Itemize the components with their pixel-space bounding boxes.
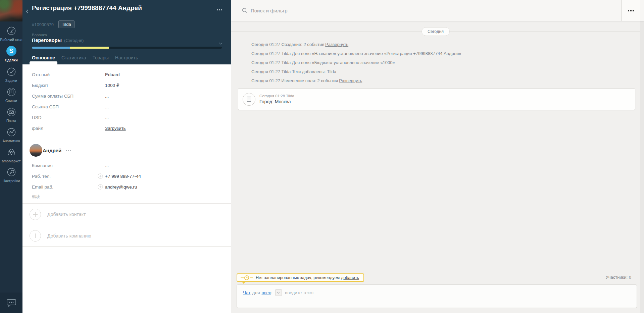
chat-bubble-icon [6, 298, 16, 308]
note-document-icon [243, 93, 255, 106]
field-label: Бюджет [32, 83, 105, 88]
chat-controls: Чат для всех: введите текст [243, 289, 631, 296]
feed-topbar: Поиск и фильтр [231, 0, 644, 21]
email-value[interactable]: andrey@qwe.ru [105, 185, 137, 190]
overflow-dots-icon [628, 10, 629, 11]
search-input[interactable]: Поиск и фильтр [242, 0, 288, 21]
stage-progressbar[interactable] [32, 47, 222, 49]
field-row-file: файл Загрузить [22, 123, 231, 134]
field-label: Компания [32, 163, 105, 168]
field-value[interactable]: Eduard [105, 72, 120, 77]
field-row-budget: Бюджет 1000 ₽ [22, 80, 231, 91]
add-task-link[interactable]: добавить [341, 275, 359, 280]
field-label: файл [32, 126, 105, 131]
deals-logo-icon: S [6, 46, 16, 56]
back-button[interactable] [27, 8, 31, 13]
field-value[interactable]: ... [105, 94, 109, 99]
deal-tag[interactable]: Tilda [58, 20, 75, 28]
sidebar-item-deals[interactable]: S Сделки [0, 46, 22, 62]
field-value[interactable]: +7 999 888-77-44 [105, 173, 141, 179]
deal-id: #10900579 [32, 22, 54, 27]
event-text: Сегодня 01:27 Tilda Для поля «Бюджет» ус… [251, 60, 395, 65]
chevron-left-icon [26, 9, 30, 13]
field-label: Email раб. [32, 185, 105, 190]
page-title: Регистрация +79998887744 Андрей [32, 4, 142, 12]
settings-wrench-icon [7, 167, 16, 177]
field-row-responsible: Отв-ный Eduard [22, 69, 231, 80]
add-contact-button[interactable]: Добавить контакт [22, 203, 231, 225]
note-card[interactable]: Сегодня 01:28 Tilda Город: Москва [238, 88, 635, 110]
add-company-button[interactable]: Добавить компанию [22, 225, 231, 246]
field-value[interactable]: andrey@qwe.ru [105, 184, 137, 190]
field-value[interactable]: ... [105, 104, 109, 109]
dashboard-icon [7, 26, 16, 36]
contact-fields: Компания ... Раб. тел. +7 999 888-77-44 … [22, 160, 231, 192]
task-hint-banner: Нет запланированных задач, рекомендуемдо… [237, 273, 364, 282]
plus-circle-icon [30, 209, 41, 220]
chat-mode-link[interactable]: Чат [243, 290, 250, 295]
field-row-sbp-link: Ссылка СБП ... [22, 101, 231, 112]
field-label: Отв-ный [32, 72, 105, 77]
deal-tabs: Основное Статистика Товары Настроить [32, 54, 138, 64]
field-label: USD [32, 115, 105, 120]
tab-main[interactable]: Основное [32, 54, 55, 64]
sidebar-item-mail[interactable]: Почта [0, 107, 22, 123]
stage-chevron-button[interactable] [219, 39, 222, 45]
add-phone-icon[interactable] [98, 173, 103, 179]
sidebar-item-analytics[interactable]: Аналитика [0, 127, 22, 143]
chat-audience-dropdown[interactable] [275, 289, 282, 296]
stage-selector[interactable]: Переговоры (Сегодня) [32, 38, 84, 43]
deal-menu-button[interactable] [217, 9, 222, 10]
overflow-dots-icon [66, 150, 67, 151]
add-email-icon[interactable] [98, 184, 103, 190]
expand-link[interactable]: Развернуть [339, 78, 362, 83]
tab-products[interactable]: Товары [93, 54, 109, 64]
contact-name[interactable]: Андрей [43, 148, 61, 153]
sidebar-item-tasks[interactable]: Задачи [0, 67, 22, 83]
sidebar-item-label: Рабочий стол [0, 38, 22, 42]
feed-event: Сегодня 01:27 Создание: 2 событияРазверн… [251, 40, 461, 49]
note-meta: Сегодня 01:28 Tilda [259, 94, 294, 98]
timeline-panel: Поиск и фильтр Сегодня Сегодня 01:27 Соз… [231, 0, 644, 313]
sidebar-item-lists[interactable]: Списки [0, 87, 22, 103]
expand-link[interactable]: Развернуть [325, 42, 348, 47]
support-chat-button[interactable] [0, 293, 22, 313]
sidebar-item-label: Задачи [5, 79, 17, 83]
event-feed: Сегодня 01:27 Создание: 2 событияРазверн… [251, 40, 461, 85]
chat-for-text: для [252, 290, 260, 295]
search-icon [242, 8, 248, 13]
sidebar-item-desktop[interactable]: Рабочий стол [0, 26, 22, 42]
scrollbar-track[interactable] [640, 0, 644, 313]
tab-setup[interactable]: Настроить [115, 54, 138, 64]
market-icon [7, 148, 16, 157]
account-photo[interactable] [0, 0, 22, 21]
contact-avatar[interactable] [30, 144, 42, 157]
tasks-check-icon [7, 67, 16, 76]
stage-name: Переговоры [32, 38, 62, 43]
sidebar-item-settings[interactable]: Настройки [0, 167, 22, 183]
phone-value[interactable]: +7 999 888-77-44 [105, 174, 141, 179]
upload-link[interactable]: Загрузить [105, 126, 126, 131]
contact-menu-button[interactable] [66, 150, 71, 151]
deal-panel: Регистрация +79998887744 Андрей #1090057… [22, 0, 231, 313]
field-row-work-email: Email раб. andrey@qwe.ru [22, 181, 231, 192]
field-row-usd: USD ... [22, 112, 231, 123]
tab-statistics[interactable]: Статистика [61, 54, 86, 64]
field-value[interactable]: ... [105, 163, 109, 168]
field-value[interactable]: 1000 ₽ [105, 83, 119, 88]
sidebar-item-market[interactable]: amoМаркет [0, 148, 22, 163]
feed-menu-button[interactable] [622, 0, 640, 21]
mail-icon [7, 107, 16, 117]
field-row-company: Компания ... [22, 160, 231, 171]
funnel-label: Воронка [32, 33, 47, 37]
chat-audience-link[interactable]: всех [261, 290, 271, 295]
field-value[interactable]: ... [105, 115, 109, 120]
chat-input-placeholder[interactable]: введите текст [285, 290, 314, 295]
sidebar-item-label: amoМаркет [2, 159, 21, 163]
search-placeholder: Поиск и фильтр [251, 8, 288, 13]
more-fields-link[interactable]: ещё [32, 194, 40, 199]
note-body: Сегодня 01:28 Tilda Город: Москва [259, 94, 294, 104]
chat-input-box[interactable]: Чат для всех: введите текст [237, 284, 637, 308]
task-hint-pointer [242, 282, 245, 284]
add-company-label: Добавить компанию [47, 233, 91, 239]
